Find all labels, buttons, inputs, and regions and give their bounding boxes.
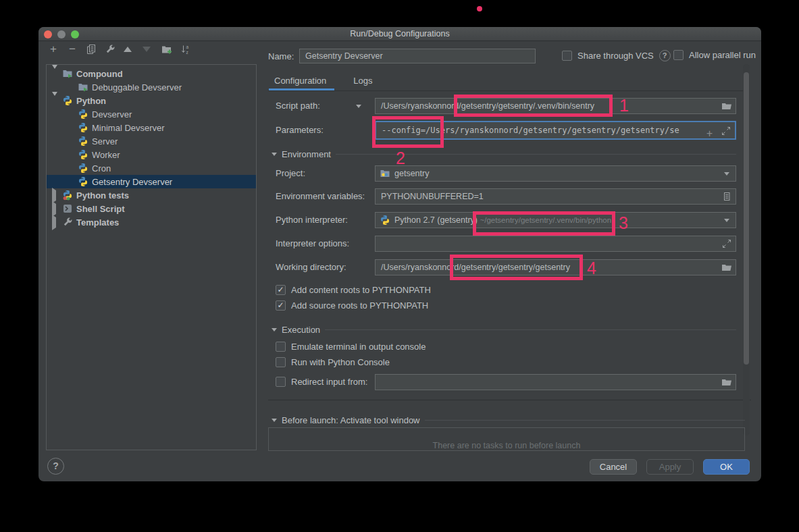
python-icon bbox=[78, 163, 88, 174]
tree-item-debuggable-devserver[interactable]: Debuggable Devserver bbox=[47, 80, 256, 94]
redirect-input-checkbox[interactable] bbox=[276, 377, 286, 387]
vertical-scrollbar[interactable] bbox=[743, 64, 750, 435]
collapse-section-icon[interactable] bbox=[272, 328, 277, 331]
ok-button[interactable]: OK bbox=[703, 459, 750, 475]
tree-item-worker[interactable]: Worker bbox=[47, 148, 256, 161]
interpreter-path: ~/getsentry/getsentry/.venv/bin/python bbox=[480, 216, 611, 224]
chevron-right-icon[interactable] bbox=[52, 217, 58, 228]
interpreter-label: Python interpreter: bbox=[276, 215, 348, 225]
interpreter-options-label: Interpreter options: bbox=[276, 238, 349, 248]
project-icon bbox=[380, 168, 390, 179]
compound-folder-icon bbox=[78, 82, 88, 92]
script-path-label: Script path: bbox=[276, 101, 320, 111]
move-up-icon[interactable] bbox=[124, 44, 134, 55]
python-icon bbox=[78, 122, 88, 133]
zoom-window-icon[interactable] bbox=[71, 30, 79, 38]
chevron-down-icon[interactable] bbox=[52, 69, 58, 79]
add-source-roots-checkbox[interactable] bbox=[276, 300, 286, 311]
move-down-icon bbox=[143, 44, 153, 55]
edit-icon[interactable] bbox=[105, 44, 115, 55]
remove-icon[interactable]: − bbox=[67, 44, 78, 55]
tree-item-templates[interactable]: Templates bbox=[47, 215, 256, 229]
env-vars-field[interactable]: PYTHONUNBUFFERED=1 bbox=[375, 188, 736, 205]
before-launch-section-header[interactable]: Before launch: Activate tool window bbox=[272, 415, 745, 425]
run-python-console-option[interactable]: Run with Python Console bbox=[276, 357, 390, 367]
add-source-roots-option[interactable]: Add source roots to PYTHONPATH bbox=[276, 300, 428, 311]
name-input[interactable] bbox=[299, 49, 536, 63]
expand-field-icon[interactable] bbox=[721, 126, 731, 136]
tree-item-python-tests[interactable]: Python tests bbox=[47, 188, 256, 202]
minimize-window-icon bbox=[57, 30, 66, 38]
name-label: Name: bbox=[268, 51, 294, 61]
add-content-roots-option[interactable]: Add content roots to PYTHONPATH bbox=[276, 285, 431, 295]
python-icon bbox=[78, 176, 88, 187]
python-icon bbox=[62, 95, 73, 106]
emulate-terminal-checkbox[interactable] bbox=[276, 342, 286, 352]
tree-item-compound[interactable]: Compound bbox=[47, 67, 256, 80]
scrollbar-thumb[interactable] bbox=[744, 72, 749, 365]
tree-item-server[interactable]: Server bbox=[47, 134, 256, 148]
chevron-right-icon[interactable] bbox=[52, 190, 58, 201]
browse-folder-icon[interactable] bbox=[721, 377, 732, 388]
tree-item-cron[interactable]: Cron bbox=[47, 161, 256, 175]
browse-folder-icon[interactable] bbox=[721, 262, 732, 273]
python-icon bbox=[78, 136, 88, 147]
configurations-tree: Compound Debuggable Devserver Python Dev… bbox=[46, 64, 257, 450]
screenshot-stage: Run/Debug Configurations + − Compound De… bbox=[0, 0, 799, 532]
execution-section-header[interactable]: Execution bbox=[272, 325, 736, 335]
copy-icon[interactable] bbox=[86, 44, 97, 55]
project-label: Project: bbox=[276, 168, 305, 178]
working-directory-label: Working directory: bbox=[276, 262, 346, 272]
tab-logs[interactable]: Logs bbox=[348, 74, 378, 91]
allow-parallel-option[interactable]: Allow parallel run bbox=[673, 50, 756, 60]
empty-task-message: There are no tasks to run before launch bbox=[269, 441, 744, 450]
compound-folder-icon bbox=[62, 68, 73, 79]
apply-button: Apply bbox=[646, 459, 694, 475]
tree-item-python-group[interactable]: Python bbox=[47, 94, 256, 107]
parameters-field[interactable]: --config=/Users/ryanskonnord/getsentry/g… bbox=[375, 121, 736, 140]
templates-wrench-icon bbox=[62, 217, 73, 228]
browse-folder-icon[interactable] bbox=[721, 101, 732, 111]
emulate-terminal-option[interactable]: Emulate terminal in output console bbox=[276, 342, 426, 352]
chevron-down-icon[interactable] bbox=[52, 96, 58, 106]
cancel-button[interactable]: Cancel bbox=[590, 459, 637, 475]
new-folder-icon[interactable] bbox=[161, 44, 172, 55]
add-content-roots-checkbox[interactable] bbox=[276, 285, 286, 295]
add-macro-icon[interactable]: + bbox=[706, 126, 717, 136]
project-select[interactable]: getsentry bbox=[375, 165, 736, 182]
interpreter-select[interactable]: Python 2.7 (getsentry) ~/getsentry/getse… bbox=[375, 212, 736, 228]
help-icon[interactable]: ? bbox=[659, 50, 671, 61]
allow-parallel-checkbox[interactable] bbox=[673, 50, 684, 60]
redirect-input-option[interactable]: Redirect input from: bbox=[276, 377, 367, 387]
python-icon bbox=[380, 215, 390, 225]
tree-item-shell-script[interactable]: Shell Script bbox=[47, 202, 256, 215]
scroll-area-divider bbox=[268, 400, 751, 400]
environment-section-header[interactable]: Environment bbox=[272, 149, 736, 159]
configurations-toolbar: + − bbox=[48, 44, 191, 55]
run-debug-configurations-dialog: Run/Debug Configurations + − Compound De… bbox=[38, 27, 761, 481]
collapse-section-icon[interactable] bbox=[272, 419, 277, 422]
share-vcs-checkbox[interactable] bbox=[562, 51, 572, 61]
collapse-section-icon[interactable] bbox=[272, 153, 277, 156]
shell-script-icon bbox=[62, 203, 73, 214]
tree-item-minimal-devserver[interactable]: Minimal Devserver bbox=[47, 121, 256, 134]
annotation-dot bbox=[477, 6, 482, 11]
share-vcs-option[interactable]: Share through VCS ? bbox=[562, 50, 671, 61]
add-icon[interactable]: + bbox=[48, 44, 59, 55]
script-path-field[interactable]: /Users/ryanskonnord/getsentry/getsentry/… bbox=[375, 98, 736, 114]
tree-item-getsentry-devserver[interactable]: Getsentry Devserver bbox=[47, 175, 256, 188]
edit-list-icon[interactable] bbox=[721, 191, 732, 202]
working-directory-field[interactable]: /Users/ryanskonnord/getsentry/getsentry/… bbox=[375, 259, 736, 275]
sort-alphabetically-icon[interactable] bbox=[180, 44, 191, 55]
help-button[interactable]: ? bbox=[47, 458, 64, 475]
close-window-icon[interactable] bbox=[44, 30, 52, 38]
interpreter-options-field[interactable] bbox=[375, 236, 736, 252]
redirect-input-field[interactable] bbox=[375, 374, 736, 390]
tree-item-devserver[interactable]: Devserver bbox=[47, 107, 256, 121]
parameters-label: Parameters: bbox=[276, 125, 324, 135]
run-python-console-checkbox[interactable] bbox=[276, 357, 286, 367]
env-vars-label: Environment variables: bbox=[276, 191, 365, 201]
chevron-right-icon[interactable] bbox=[52, 204, 58, 214]
script-path-chooser-icon[interactable] bbox=[356, 105, 361, 108]
expand-field-icon[interactable] bbox=[721, 238, 732, 249]
